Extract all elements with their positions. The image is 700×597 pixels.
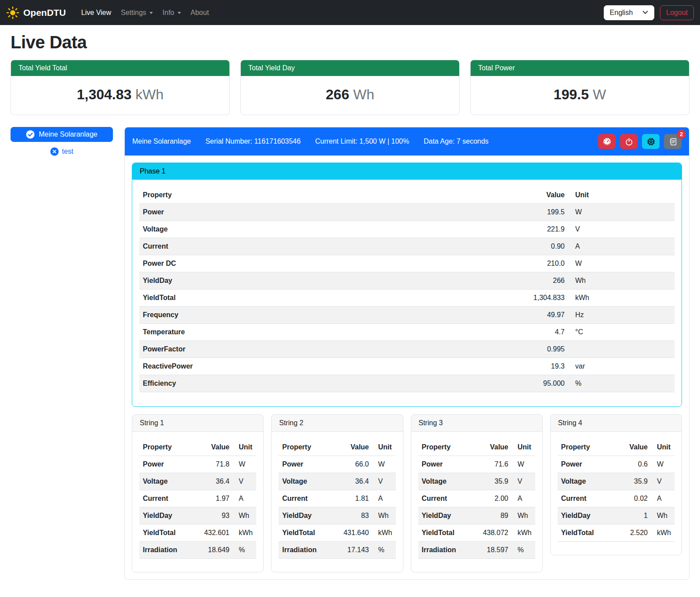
card-body: 266Wh (241, 76, 459, 115)
table-row: Irradiation18.649% (139, 542, 256, 559)
card-value: 1,304.83 (77, 87, 132, 102)
power-control-button[interactable] (620, 134, 638, 149)
column-header-unit: Unit (568, 187, 675, 204)
unit-cell: A (233, 490, 256, 507)
table-row: YieldTotal1,304.833kWh (139, 289, 675, 307)
card-body: 199.5W (471, 76, 689, 115)
property-cell: Power (139, 204, 522, 221)
card-value: 266 (326, 87, 349, 102)
nav-item-label: Info (163, 9, 174, 17)
table-row: Power71.8W (139, 456, 256, 473)
inverter-select-label: Meine Solaranlage (39, 130, 97, 138)
table-row: Power0.6W (558, 456, 675, 473)
card-title: Total Yield Total (11, 60, 229, 76)
value-cell: 221.9 (522, 221, 568, 238)
column-header-property: Property (139, 187, 522, 204)
inverter-sidebar: Meine Solaranlage test (11, 127, 113, 156)
property-cell: YieldTotal (279, 525, 334, 542)
table-row: Current1.97A (139, 490, 256, 507)
inverter-data-age: Data Age: 7 seconds (424, 137, 489, 145)
string-4-card: String 4 Property Value Unit (550, 414, 682, 555)
unit-cell: A (651, 490, 675, 507)
event-log-button[interactable]: 2 (664, 134, 682, 149)
table-header-row: Property Value Unit (558, 439, 675, 456)
event-count-badge: 2 (677, 130, 686, 139)
unit-cell: % (568, 375, 675, 392)
table-row: Voltage36.4V (139, 473, 256, 490)
cpu-icon (647, 137, 655, 146)
nav-item-live-view[interactable]: Live View (76, 5, 116, 20)
property-cell: Irradiation (279, 542, 334, 559)
value-cell: 18.597 (473, 542, 512, 559)
unit-cell: W (233, 456, 256, 473)
value-cell: 432.601 (194, 525, 233, 542)
table-row: YieldTotal431.640kWh (279, 525, 395, 542)
unit-cell: V (233, 473, 256, 490)
nav-item-settings[interactable]: Settings (116, 5, 158, 20)
table-row: YieldDay1Wh (558, 507, 675, 525)
table-row: Temperature4.7°C (139, 324, 675, 341)
unit-cell: % (233, 542, 256, 559)
card-body: 1,304.83kWh (11, 76, 229, 115)
string-card-body: Property Value Unit Power71.8WVoltage36.… (132, 432, 263, 572)
device-info-button[interactable] (642, 134, 660, 149)
nav-item-info[interactable]: Info (158, 5, 186, 20)
unit-cell: kWh (568, 289, 675, 307)
unit-cell: W (651, 456, 675, 473)
property-cell: ReactivePower (139, 358, 522, 375)
table-row: YieldDay266Wh (139, 272, 675, 289)
table-row: Current0.90A (139, 238, 675, 255)
sidebar-item-test[interactable]: test (11, 147, 113, 156)
property-cell: YieldTotal (558, 525, 613, 542)
logout-button[interactable]: Logout (660, 5, 694, 20)
unit-cell: W (373, 456, 396, 473)
column-header-unit: Unit (512, 439, 535, 456)
phase-card: Phase 1 Property Value Unit Power199.5WV… (132, 163, 682, 407)
brand[interactable]: OpenDTU (6, 6, 66, 19)
sidebar-item-label: test (62, 148, 73, 156)
property-cell: YieldTotal (139, 289, 522, 307)
value-cell: 199.5 (522, 204, 568, 221)
property-cell: Current (139, 490, 194, 507)
unit-cell: Wh (373, 507, 396, 525)
inverter-select-button[interactable]: Meine Solaranlage (11, 127, 113, 142)
table-row: YieldDay83Wh (279, 507, 395, 525)
inverter-panel: Meine Solaranlage Serial Number: 1161716… (124, 127, 689, 580)
value-cell: 0.02 (613, 490, 651, 507)
value-cell: 36.4 (194, 473, 233, 490)
property-cell: Power (418, 456, 473, 473)
column-header-property: Property (418, 439, 473, 456)
limit-settings-button[interactable] (598, 134, 616, 149)
summary-cards-row: Total Yield Total 1,304.83kWh Total Yiel… (11, 60, 689, 115)
speedometer-icon (603, 137, 611, 146)
value-cell: 266 (522, 272, 568, 289)
chevron-down-icon (642, 11, 648, 14)
value-cell: 0.6 (613, 456, 651, 473)
column-header-unit: Unit (233, 439, 256, 456)
property-cell: Irradiation (139, 542, 194, 559)
table-row: Power DC210.0W (139, 255, 675, 272)
main-content: Live Data Total Yield Total 1,304.83kWh … (11, 33, 689, 586)
value-cell: 93 (194, 507, 233, 525)
table-row: Efficiency95.000% (139, 375, 675, 392)
strings-row: String 1 Property Value Unit (132, 414, 682, 572)
x-circle-icon (50, 147, 59, 156)
column-header-value: Value (334, 439, 373, 456)
unit-cell: var (568, 358, 675, 375)
phase-card-body: Property Value Unit Power199.5WVoltage22… (132, 180, 682, 406)
column-header-value: Value (473, 439, 512, 456)
property-cell: Power (279, 456, 334, 473)
table-row: Voltage35.9V (558, 473, 675, 490)
table-row: ReactivePower19.3var (139, 358, 675, 375)
string-table: Property Value Unit Power71.8WVoltage36.… (139, 439, 256, 559)
property-cell: YieldDay (139, 507, 194, 525)
inverter-panel-body: Phase 1 Property Value Unit Power199.5WV… (125, 156, 689, 579)
property-cell: YieldTotal (418, 525, 473, 542)
unit-cell: °C (568, 324, 675, 341)
phase-card-title: Phase 1 (132, 163, 682, 180)
property-cell: YieldDay (418, 507, 473, 525)
value-cell: 1,304.833 (522, 289, 568, 307)
nav-item-about[interactable]: About (186, 5, 214, 20)
table-row: Power66.0W (279, 456, 395, 473)
language-select[interactable]: English (604, 5, 654, 20)
